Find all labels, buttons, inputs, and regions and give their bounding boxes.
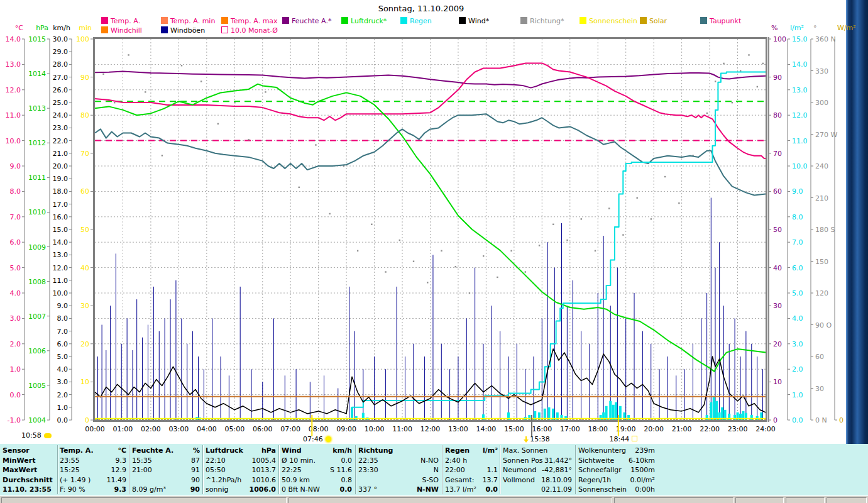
table-divider	[500, 445, 500, 494]
x-axis-label: 02:00	[141, 425, 161, 433]
table-cell: 1.1	[487, 465, 498, 475]
axis-tick-label: 1.0	[792, 391, 803, 399]
direction-dot	[762, 63, 764, 64]
table-row: Feuchte A.%	[132, 446, 200, 456]
table-row: Durchschnitt	[3, 475, 55, 485]
table-row: LuftdruckhPa	[206, 446, 276, 456]
table-cell: 8.09 g/m³	[132, 485, 166, 495]
axis-tick-label: 18.0	[53, 187, 69, 196]
statusbar-panel	[786, 497, 825, 503]
table-cell: 21:00	[132, 465, 152, 475]
table-row: 337 °N-NW	[358, 485, 439, 495]
axis-tick-label: 0	[773, 416, 777, 424]
direction-dot	[248, 139, 250, 140]
axis-tick-label: 70	[80, 150, 89, 158]
direction-dot	[664, 176, 666, 177]
table-column-8: Wolkenunterg239mSichtweite6-10kmSchneefa…	[578, 446, 655, 495]
axis-tick-label: 0 N	[815, 416, 827, 424]
axis-tick-label: 7.0	[10, 213, 21, 221]
table-cell: °C	[118, 446, 126, 456]
table-row: Sonnenschein0:00h	[578, 485, 655, 495]
direction-dot	[483, 255, 484, 257]
table-cell: 18.10.09	[541, 475, 572, 485]
direction-dot	[566, 240, 568, 241]
direction-dot	[145, 91, 146, 92]
axis-tick-label: 2.0	[792, 365, 803, 373]
axis-tick-label: 6.0	[792, 264, 803, 272]
axis-tick-label: 9.0	[57, 302, 69, 310]
axis-tick-label: 80	[773, 111, 782, 119]
axis-tick-label: 21.0	[53, 150, 69, 158]
table-column-2: Feuchte A.% 15:3587 21:0091 90 8.09 g/m³…	[132, 446, 200, 495]
table-cell: 90	[190, 485, 200, 495]
table-cell: hPa	[261, 446, 276, 456]
direction-dot	[299, 187, 300, 188]
axis-tick-label: 90 O	[815, 321, 832, 329]
time-marker-sun: 07:46	[293, 435, 341, 443]
axis-tick-label: 20.0	[53, 162, 69, 170]
direction-dot	[329, 213, 330, 214]
time-marker-sunset-square: 18:44	[600, 435, 647, 443]
table-row: 0 Bft N-NW0.0	[282, 485, 352, 495]
sunset-icon	[632, 436, 637, 441]
direction-dot	[723, 63, 724, 64]
table-cell: 02.11.09	[541, 485, 572, 495]
x-axis-label: 23:00	[728, 425, 748, 433]
axis-tick-label: 1005	[28, 382, 46, 390]
axis-tick-label: 4.0	[10, 289, 21, 297]
table-row: Sichtweite6-10km	[578, 456, 655, 466]
axis-tick-label: 120	[815, 289, 828, 297]
x-axis-label: 20:00	[644, 425, 664, 433]
axis-tick-label: 1010	[28, 208, 46, 216]
x-axis-label: 18:00	[588, 425, 608, 433]
axis-tick-label: 80	[80, 111, 89, 119]
direction-dot	[595, 250, 596, 252]
status-bar	[0, 495, 868, 503]
table-cell: Wind	[282, 446, 302, 456]
direction-dot	[315, 144, 316, 145]
table-cell: Gesamt:	[445, 475, 475, 485]
table-cell: 15:35	[132, 456, 152, 466]
table-cell: Sensor	[3, 446, 30, 456]
table-cell: 1006.0	[250, 485, 276, 495]
table-divider	[575, 445, 576, 494]
direction-dot	[217, 123, 219, 124]
table-cell: Durchschnitt	[3, 475, 53, 485]
table-cell: 22:10	[206, 456, 226, 466]
axis-tick-label: 8.0	[57, 314, 69, 323]
axis-tick-label: 10.0	[792, 162, 808, 170]
table-cell: 2:40 h	[445, 456, 467, 466]
axis-tick-label: 1011	[28, 174, 46, 182]
table-cell: 22:25	[282, 465, 302, 475]
axis-tick-label: 6.0	[10, 238, 21, 246]
table-row: Temp. A.°C	[60, 446, 126, 456]
axis-tick-label: 30.0	[53, 35, 69, 43]
statusbar-panel	[288, 497, 612, 503]
table-cell: Sonnenschein	[578, 485, 627, 495]
table-row: ^1.2hPa/h1010.6	[206, 475, 276, 485]
axis-tick-label: 60	[815, 353, 824, 361]
axis-tick-label: 2.0	[10, 340, 21, 348]
direction-dot	[552, 224, 554, 225]
rain-bar	[615, 402, 617, 420]
direction-dot	[706, 113, 708, 114]
table-row: 21:0091	[132, 465, 200, 475]
table-cell: 50.9 km	[282, 475, 310, 485]
table-cell: 1500m	[630, 465, 655, 475]
axis-tick-label: 27.0	[53, 74, 69, 82]
table-row: Richtung	[358, 446, 439, 456]
x-axis-label: 22:00	[700, 425, 720, 433]
direction-dot	[636, 197, 637, 199]
table-cell: Regen/1h	[578, 475, 611, 485]
x-axis-label: 17:00	[560, 425, 580, 433]
table-row: Schneefallgr1500m	[578, 465, 655, 475]
direction-dot	[102, 74, 104, 75]
table-row: Regen/1h0.0l/m²	[578, 475, 655, 485]
table-cell: 337 °	[358, 485, 377, 495]
table-divider	[202, 445, 203, 494]
table-cell: 13.7 l/m²	[445, 485, 476, 495]
axis-tick-label: 2.0	[57, 391, 69, 399]
axis-tick-label: 3.0	[10, 314, 21, 323]
axis-tick-label: 13.0	[792, 86, 808, 94]
x-axis-label: 16:00	[532, 425, 552, 433]
